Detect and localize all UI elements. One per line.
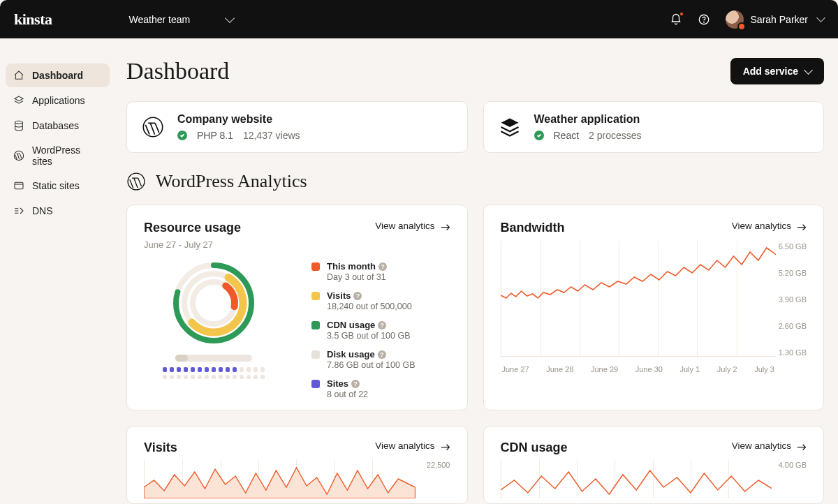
- svg-point-2: [15, 121, 23, 124]
- sidebar-item-label: Databases: [32, 120, 79, 131]
- team-selector[interactable]: Weather team: [128, 14, 233, 25]
- y-tick: 2.60 GB: [779, 322, 807, 330]
- chevron-down-icon: [804, 66, 813, 75]
- main-content: Dashboard Add service Company website PH…: [115, 38, 838, 504]
- app-name: Weather application: [534, 113, 642, 126]
- visits-card: Visits View analytics: [126, 426, 468, 504]
- page-title: Dashboard: [126, 58, 229, 84]
- sidebar-item-static-sites[interactable]: Static sites: [6, 174, 110, 198]
- avatar-badge: [737, 22, 746, 31]
- x-tick: July 2: [717, 365, 737, 373]
- x-tick: June 29: [591, 365, 618, 373]
- chevron-down-icon: [816, 13, 825, 22]
- legend-swatch: [311, 262, 320, 271]
- y-tick: 22,500: [427, 461, 450, 469]
- sidebar: Dashboard Applications Databases WordPre…: [0, 38, 115, 504]
- info-icon[interactable]: ?: [378, 350, 386, 359]
- legend-item: Visits?18,240 out of 500,000: [311, 290, 450, 311]
- wordpress-icon: [13, 149, 25, 162]
- sidebar-item-label: DNS: [32, 205, 53, 216]
- progress-bar: [175, 355, 252, 362]
- svg-rect-4: [15, 182, 23, 188]
- card-title: Visits: [144, 440, 177, 455]
- arrow-right-icon: [797, 223, 807, 230]
- avatar: [726, 10, 744, 29]
- notification-dot: [679, 12, 684, 16]
- browser-icon: [13, 179, 25, 192]
- card-title: Bandwidth: [501, 221, 565, 235]
- svg-point-1: [703, 22, 704, 22]
- card-title: CDN usage: [501, 440, 568, 455]
- wordpress-icon: [141, 115, 165, 139]
- sidebar-item-databases[interactable]: Databases: [6, 114, 110, 138]
- sidebar-item-wordpress[interactable]: WordPress sites: [6, 139, 110, 172]
- date-range: June 27 - July 27: [144, 239, 241, 250]
- notifications-button[interactable]: [670, 13, 682, 26]
- legend-swatch: [311, 380, 320, 388]
- visits-chart: 22,500: [144, 459, 450, 498]
- legend-item: CDN usage?3.5 GB out of 100 GB: [311, 320, 450, 341]
- info-icon[interactable]: ?: [378, 262, 387, 271]
- view-analytics-link[interactable]: View analytics: [732, 221, 807, 231]
- bandwidth-chart: 6.50 GB 5.20 GB 3.90 GB 2.60 GB 1.30 GB …: [501, 241, 807, 373]
- section-heading: WordPress Analytics: [126, 171, 824, 192]
- top-bar: kinsta Weather team Sarah Parker: [0, 0, 838, 38]
- x-tick: June 28: [546, 365, 573, 373]
- section-title: WordPress Analytics: [156, 171, 307, 192]
- sidebar-item-label: WordPress sites: [32, 144, 103, 167]
- view-analytics-link[interactable]: View analytics: [732, 440, 807, 451]
- sidebar-item-dashboard[interactable]: Dashboard: [6, 64, 110, 87]
- add-service-button[interactable]: Add service: [730, 58, 824, 84]
- view-analytics-link[interactable]: View analytics: [375, 221, 450, 231]
- view-analytics-link[interactable]: View analytics: [375, 440, 450, 451]
- sidebar-item-label: Dashboard: [32, 70, 83, 81]
- x-tick: June 27: [502, 365, 529, 373]
- app-tech: React: [554, 130, 580, 141]
- legend: This month?Day 3 out of 31 Visits?18,240…: [311, 261, 450, 408]
- app-card-company-website[interactable]: Company website PHP 8.1 12,437 views: [126, 101, 468, 153]
- info-icon[interactable]: ?: [351, 380, 360, 388]
- sites-dots: [144, 367, 284, 379]
- y-tick: 5.20 GB: [779, 269, 807, 277]
- x-tick: June 30: [635, 365, 663, 373]
- y-tick: 3.90 GB: [779, 295, 807, 304]
- donut-chart: [144, 261, 284, 408]
- user-menu[interactable]: Sarah Parker: [726, 10, 824, 29]
- app-card-weather-application[interactable]: Weather application React 2 processes: [483, 101, 825, 153]
- legend-swatch: [311, 321, 320, 329]
- sidebar-item-label: Applications: [32, 95, 85, 106]
- y-tick: 6.50 GB: [779, 242, 807, 251]
- team-name: Weather team: [128, 14, 190, 25]
- app-tech: PHP 8.1: [197, 130, 233, 141]
- x-tick: July 3: [754, 365, 774, 373]
- legend-item: This month?Day 3 out of 31: [311, 261, 450, 282]
- resource-usage-card: Resource usage June 27 - July 27 View an…: [126, 205, 468, 410]
- cdn-usage-card: CDN usage View analytics: [483, 426, 825, 504]
- user-name: Sarah Parker: [751, 14, 808, 25]
- app-name: Company website: [177, 113, 300, 126]
- layers-icon: [13, 94, 25, 107]
- card-title: Resource usage: [144, 221, 241, 235]
- y-tick: 4.00 GB: [779, 461, 807, 469]
- help-button[interactable]: [698, 13, 710, 26]
- sidebar-item-dns[interactable]: DNS: [6, 199, 110, 223]
- arrow-right-icon: [441, 223, 450, 230]
- legend-item: Sites?8 out of 22: [311, 378, 450, 399]
- sidebar-item-applications[interactable]: Applications: [6, 89, 110, 112]
- info-icon[interactable]: ?: [378, 321, 386, 329]
- database-icon: [13, 119, 25, 132]
- legend-item: Disk usage?7.86 GB out of 100 GB: [311, 349, 450, 370]
- arrow-right-icon: [441, 443, 450, 450]
- dns-icon: [13, 205, 25, 217]
- app-metric: 2 processes: [589, 130, 641, 141]
- layers-icon: [498, 115, 522, 139]
- home-icon: [13, 69, 25, 82]
- info-icon[interactable]: ?: [353, 292, 362, 300]
- arrow-right-icon: [797, 443, 807, 450]
- add-service-label: Add service: [743, 66, 798, 77]
- check-icon: [177, 131, 187, 140]
- x-tick: July 1: [680, 365, 700, 373]
- logo[interactable]: kinsta: [14, 10, 52, 29]
- bandwidth-card: Bandwidth View analytics 6.50 GB 5.20 GB…: [483, 205, 825, 410]
- legend-swatch: [311, 350, 320, 359]
